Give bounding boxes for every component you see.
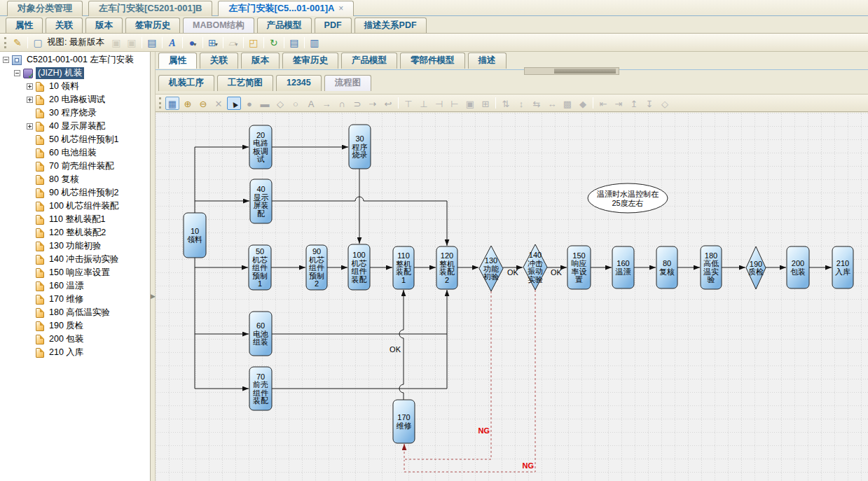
delete-icon[interactable]: ✕ bbox=[212, 97, 226, 110]
diamond-tool-icon[interactable]: ◇ bbox=[273, 97, 287, 110]
mabom-tab-3[interactable]: 签审历史 bbox=[125, 18, 180, 33]
splitter-collapse-icon[interactable]: ▶ bbox=[151, 293, 156, 300]
flow-node-200[interactable]: 200包装 bbox=[787, 246, 809, 288]
zoom-in-icon[interactable]: ⊕ bbox=[181, 97, 195, 110]
font-icon[interactable]: A bbox=[165, 36, 180, 50]
table-icon[interactable]: ▦ bbox=[165, 97, 179, 110]
close-tab-icon[interactable]: × bbox=[338, 4, 343, 13]
flow-node-60[interactable]: 60电池组装 bbox=[249, 312, 272, 356]
detail-tab-1[interactable]: 关联 bbox=[200, 53, 238, 69]
tree-item-30[interactable]: 30 程序烧录 bbox=[0, 106, 150, 120]
mabom-tab-0[interactable]: 属性 bbox=[6, 18, 43, 33]
tree-item-160[interactable]: 160 温漂 bbox=[0, 279, 150, 293]
mabom-tab-6[interactable]: PDF bbox=[315, 18, 352, 33]
flow-node-180[interactable]: 180高低温实验 bbox=[701, 246, 722, 289]
align-bottom-icon[interactable]: ⊥ bbox=[417, 97, 431, 110]
panel-splitter[interactable]: ▶ bbox=[151, 52, 156, 481]
flow-node-70[interactable]: 70前壳组件装配 bbox=[249, 367, 272, 410]
align-top-icon[interactable]: ⊤ bbox=[401, 97, 415, 110]
flow-canvas[interactable]: 10领料20电路板调试30程序烧录40显示屏装配50机芯组件预制190机芯组件预… bbox=[156, 113, 868, 481]
flow-node-170[interactable]: 170维修 bbox=[393, 400, 415, 443]
top-tab-2[interactable]: 左车门安装[C5...01-001]A× bbox=[218, 1, 354, 16]
database-icon[interactable]: ●▾ bbox=[185, 36, 200, 50]
center-horizontal-icon[interactable]: ↔ bbox=[545, 97, 559, 110]
collapse-toggle-icon[interactable] bbox=[3, 57, 9, 63]
flow-node-50[interactable]: 50机芯组件预制1 bbox=[249, 245, 271, 290]
flow-node-30[interactable]: 30程序烧录 bbox=[349, 125, 371, 169]
flow-annotation[interactable]: 温漂时水温控制在25度左右 bbox=[588, 183, 668, 213]
arrow-tool-icon[interactable]: → bbox=[319, 97, 333, 110]
flow-node-110[interactable]: 110整机装配1 bbox=[393, 246, 414, 289]
table-edit2-icon[interactable]: ▤ bbox=[287, 36, 302, 50]
top-tab-0[interactable]: 对象分类管理 bbox=[7, 1, 83, 16]
tree-item-40[interactable]: 40 显示屏装配 bbox=[0, 120, 150, 133]
dropdown-arrow-icon[interactable]: ▾ bbox=[215, 41, 218, 48]
tree-item-50[interactable]: 50 机芯组件预制1 bbox=[0, 133, 150, 146]
mabom-tab-2[interactable]: 版本 bbox=[85, 18, 123, 33]
detail-tab-0[interactable]: 属性 bbox=[158, 53, 197, 69]
tree-item-170[interactable]: 170 维修 bbox=[0, 293, 150, 306]
flow-node-80[interactable]: 80复核 bbox=[656, 246, 677, 288]
same-size-icon[interactable]: ▣ bbox=[463, 97, 477, 110]
fit-icon[interactable]: ◆ bbox=[576, 97, 590, 110]
detail-tab-4[interactable]: 产品模型 bbox=[341, 53, 397, 69]
flow-node-10[interactable]: 10领料 bbox=[184, 213, 206, 258]
tree-root-item[interactable]: C5201-001-001 左车门安装 bbox=[0, 53, 150, 67]
tree-item-130[interactable]: 130 功能初验 bbox=[0, 239, 150, 253]
reroute-tool-icon[interactable]: ↩ bbox=[381, 97, 395, 110]
ellipse-tool-icon[interactable]: ● bbox=[242, 97, 256, 110]
flow-node-40[interactable]: 40显示屏装配 bbox=[250, 179, 272, 223]
structure-icon[interactable]: ⊞▾ bbox=[205, 36, 221, 50]
tree-item-100[interactable]: 100 机芯组件装配 bbox=[0, 200, 150, 213]
flow-node-150[interactable]: 150响应率设置 bbox=[567, 246, 591, 289]
roundrect-tool-icon[interactable]: ▬ bbox=[258, 97, 272, 110]
tree-item-190[interactable]: 190 质检 bbox=[0, 319, 150, 333]
mabom-tab-1[interactable]: 关联 bbox=[46, 18, 83, 33]
zoom-out-icon[interactable]: ⊖ bbox=[196, 97, 210, 110]
folder-search-icon[interactable]: ◰ bbox=[246, 36, 261, 50]
center-vertical-icon[interactable]: ↕ bbox=[514, 97, 528, 110]
mabom-tab-7[interactable]: 描述关系PDF bbox=[354, 18, 427, 33]
tree-item-120[interactable]: 120 整机装配2 bbox=[0, 226, 150, 239]
db-edit-icon[interactable]: ▥ bbox=[307, 36, 322, 50]
space-horizontal-icon[interactable]: ⇆ bbox=[530, 97, 544, 110]
expand-toggle-icon[interactable] bbox=[27, 83, 33, 90]
detail-tab-5[interactable]: 零部件模型 bbox=[400, 53, 465, 69]
flow-node-20[interactable]: 20电路板调试 bbox=[249, 125, 272, 169]
tree-item-200[interactable]: 200 包装 bbox=[0, 333, 150, 346]
view-tab-2[interactable]: 12345 bbox=[276, 75, 322, 91]
mabom-tab-4[interactable]: MABOM结构 bbox=[183, 18, 254, 33]
new-doc-icon[interactable]: ▢ bbox=[30, 36, 46, 50]
tree-item-20[interactable]: 20 电路板调试 bbox=[0, 93, 150, 106]
mabom-tab-5[interactable]: 产品模型 bbox=[257, 18, 312, 33]
top-tab-1[interactable]: 左车门安装[C5201-001]B bbox=[88, 1, 212, 16]
view-tab-1[interactable]: 工艺简图 bbox=[217, 75, 273, 91]
align-left-icon[interactable]: ⊣ bbox=[432, 97, 446, 110]
tree-item-90[interactable]: 90 机芯组件预制2 bbox=[0, 186, 150, 200]
text-tool-icon[interactable]: A bbox=[304, 97, 318, 110]
expand-v-icon[interactable]: ↧ bbox=[642, 97, 656, 110]
expand-h-icon[interactable]: ⇥ bbox=[612, 97, 626, 110]
zoom-sel-icon[interactable]: ◇ bbox=[658, 97, 672, 110]
space-vertical-icon[interactable]: ⇅ bbox=[499, 97, 513, 110]
edit-icon[interactable]: ✎ bbox=[10, 36, 25, 50]
arc-tool-icon[interactable]: ∩ bbox=[335, 97, 349, 110]
cursor-icon[interactable]: ▲ bbox=[227, 97, 241, 110]
detail-tab-6[interactable]: 描述 bbox=[468, 53, 507, 69]
view-tab-3[interactable]: 流程图 bbox=[324, 75, 372, 91]
table-edit-icon[interactable]: ▤ bbox=[144, 36, 160, 50]
tree-item-140[interactable]: 140 冲击振动实验 bbox=[0, 253, 150, 266]
tree-item-80[interactable]: 80 复核 bbox=[0, 173, 150, 186]
flow-node-210[interactable]: 210入库 bbox=[832, 246, 853, 288]
expand-toggle-icon[interactable] bbox=[27, 97, 33, 103]
align-right-icon[interactable]: ⊢ bbox=[448, 97, 462, 110]
flowchart-svg[interactable]: 10领料20电路板调试30程序烧录40显示屏装配50机芯组件预制190机芯组件预… bbox=[156, 113, 868, 481]
flow-node-160[interactable]: 160温漂 bbox=[612, 246, 634, 288]
panel-scrollbar[interactable]: ▼ bbox=[524, 67, 619, 75]
flow-node-120[interactable]: 120整机装配2 bbox=[436, 246, 457, 289]
curve-tool-icon[interactable]: ⊃ bbox=[350, 97, 364, 110]
expand-toggle-icon[interactable] bbox=[27, 123, 33, 130]
compress-v-icon[interactable]: ↥ bbox=[627, 97, 641, 110]
circle-tool-icon[interactable]: ○ bbox=[289, 97, 303, 110]
collapse-toggle-icon[interactable] bbox=[14, 70, 20, 76]
